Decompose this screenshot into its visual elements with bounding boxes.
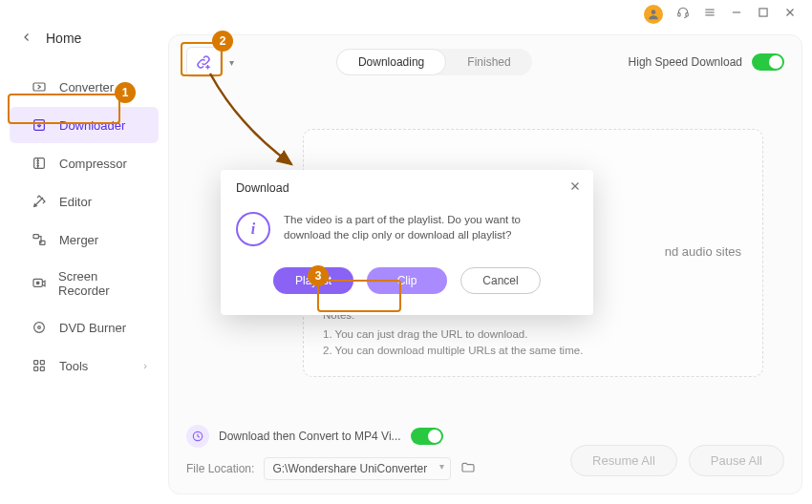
dialog-title: Download xyxy=(236,181,578,195)
status-tabs: Downloading Finished xyxy=(336,49,532,75)
svg-rect-26 xyxy=(34,367,38,370)
hsd-label: High Speed Download xyxy=(629,55,742,69)
sidebar-item-label: Compressor xyxy=(59,157,127,171)
file-location-label: File Location: xyxy=(186,462,254,475)
sidebar-item-label: DVD Burner xyxy=(59,321,126,335)
svg-rect-25 xyxy=(40,361,44,365)
svg-point-23 xyxy=(38,326,41,329)
sidebar-item-editor[interactable]: Editor xyxy=(10,183,159,220)
svg-rect-1 xyxy=(678,13,680,16)
tools-icon xyxy=(31,357,48,374)
compressor-icon xyxy=(31,155,48,172)
svg-rect-2 xyxy=(686,13,688,16)
sidebar-item-compressor[interactable]: Compressor xyxy=(10,145,159,181)
close-window-button[interactable] xyxy=(783,6,797,23)
sidebar-item-merger[interactable]: Merger xyxy=(10,221,159,258)
high-speed-download: High Speed Download xyxy=(629,53,784,71)
editor-icon xyxy=(31,193,48,210)
clock-icon xyxy=(186,425,209,448)
user-avatar-icon[interactable] xyxy=(644,5,663,24)
dialog-message: The video is a part of the playlist. Do … xyxy=(284,212,561,242)
headset-icon[interactable] xyxy=(676,6,690,23)
resume-all-button[interactable]: Resume All xyxy=(570,445,677,476)
convert-label: Download then Convert to MP4 Vi... xyxy=(219,430,401,443)
notes: Notes: 1. You can just drag the URL to d… xyxy=(323,307,583,359)
tab-finished[interactable]: Finished xyxy=(446,49,531,75)
hamburger-menu-icon[interactable] xyxy=(703,6,716,23)
paste-url-dropdown[interactable]: ▾ xyxy=(223,47,240,77)
dialog-close-button[interactable] xyxy=(568,179,582,197)
svg-point-22 xyxy=(34,323,45,333)
sidebar-item-tools[interactable]: Tools› xyxy=(10,347,159,384)
window-titlebar xyxy=(644,0,812,29)
sidebar-item-label: Editor xyxy=(59,195,92,209)
svg-rect-10 xyxy=(33,83,45,91)
sidebar: Home ConverterDownloaderCompressorEditor… xyxy=(0,0,168,504)
back-chevron-icon xyxy=(21,31,32,46)
pause-all-button[interactable]: Pause All xyxy=(689,445,784,476)
minimize-button[interactable] xyxy=(730,6,743,23)
sidebar-item-dvd-burner[interactable]: DVD Burner xyxy=(10,309,159,346)
maximize-button[interactable] xyxy=(757,6,770,23)
note-line-1: 1. You can just drag the URL to download… xyxy=(323,326,583,343)
sidebar-item-label: Downloader xyxy=(59,118,125,133)
downloader-icon xyxy=(31,116,48,134)
screen-recorder-icon xyxy=(31,275,47,292)
sidebar-item-screen-recorder[interactable]: Screen Recorder xyxy=(10,260,159,307)
svg-rect-18 xyxy=(33,235,38,239)
sidebar-item-converter[interactable]: Converter xyxy=(10,69,159,105)
cancel-button[interactable]: Cancel xyxy=(460,267,541,294)
merger-icon xyxy=(31,231,48,248)
clip-button[interactable]: Clip xyxy=(367,267,447,294)
info-icon: i xyxy=(236,212,270,246)
sidebar-item-downloader[interactable]: Downloader xyxy=(10,107,159,143)
back-home-button[interactable]: Home xyxy=(0,23,168,61)
supported-sites-hint: nd audio sites xyxy=(665,244,741,259)
dvd-burner-icon xyxy=(31,319,48,336)
sidebar-item-label: Screen Recorder xyxy=(58,269,147,298)
bottom-bar: Download then Convert to MP4 Vi... File … xyxy=(169,421,801,494)
svg-rect-27 xyxy=(40,367,44,370)
toolbar: ▾ Downloading Finished High Speed Downlo… xyxy=(169,35,801,89)
file-location-dropdown[interactable]: G:\Wondershare UniConverter xyxy=(264,457,451,480)
download-dialog: Download i The video is a part of the pl… xyxy=(221,170,593,315)
svg-rect-24 xyxy=(34,361,38,365)
svg-point-21 xyxy=(36,282,39,284)
svg-rect-7 xyxy=(759,9,767,16)
svg-point-0 xyxy=(652,10,656,14)
hsd-toggle[interactable] xyxy=(752,53,784,71)
chevron-right-icon: › xyxy=(143,360,147,371)
open-folder-button[interactable] xyxy=(460,460,476,478)
paste-url-button[interactable] xyxy=(186,47,221,77)
note-line-2: 2. You can download multiple URLs at the… xyxy=(323,343,583,359)
sidebar-item-label: Merger xyxy=(59,233,98,247)
converter-icon xyxy=(31,78,48,95)
back-home-label: Home xyxy=(46,31,81,46)
sidebar-item-label: Tools xyxy=(59,359,88,373)
playlist-button[interactable]: Playlist xyxy=(273,267,353,294)
convert-toggle[interactable] xyxy=(411,428,443,445)
tab-downloading[interactable]: Downloading xyxy=(336,49,446,75)
sidebar-item-label: Converter xyxy=(59,80,114,94)
